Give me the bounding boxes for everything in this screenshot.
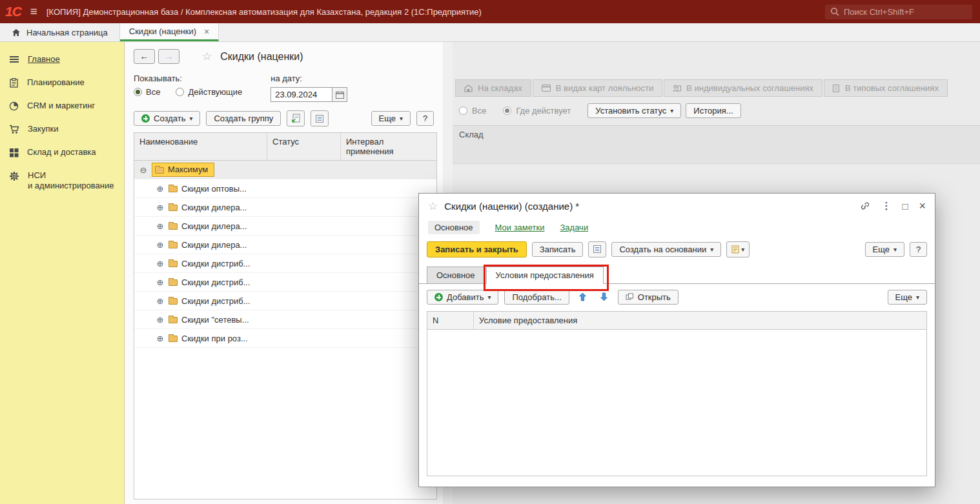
expand-icon[interactable]: ⊕ [156, 315, 165, 325]
tab-standard-agreements[interactable]: В типовых соглашениях [824, 79, 948, 97]
table-row[interactable]: ⊕ Скидки дилера... [134, 236, 436, 254]
sidebar-item-warehouse[interactable]: Склад и доставка [0, 141, 124, 165]
radio-all-warehouses-label[interactable]: Все [472, 106, 486, 116]
column-header-condition[interactable]: Условие предоставления [474, 312, 926, 329]
expand-icon[interactable]: ⊕ [156, 221, 165, 231]
folder-icon [168, 186, 178, 192]
tab-individual-agreements[interactable]: В индивидуальных соглашениях [664, 79, 822, 97]
pick-button[interactable]: Подобрать... [504, 290, 569, 305]
table-row[interactable]: ⊕ Скидки дилера... [134, 198, 436, 217]
more-menu-icon[interactable]: ⋮ [881, 200, 891, 212]
expand-icon[interactable]: ⊕ [156, 203, 165, 212]
table-row[interactable]: ⊕ Скидки дилера... [134, 217, 436, 236]
person-document-icon [673, 85, 681, 92]
table-row[interactable]: ⊕ Скидки дистриб... [134, 254, 436, 273]
forward-button[interactable]: → [158, 49, 179, 64]
column-header-name[interactable]: Наименование [134, 133, 267, 160]
menu-icon [9, 55, 19, 64]
pie-chart-icon [9, 101, 19, 111]
global-search-input[interactable]: Поиск Ctrl+Shift+F [825, 5, 972, 19]
warehouse-icon [464, 85, 473, 92]
radio-all[interactable] [134, 88, 142, 96]
tab-loyalty-cards[interactable]: В видах карт лояльности [533, 79, 663, 97]
expand-icon[interactable]: ⊕ [156, 296, 165, 306]
save-and-close-button[interactable]: Записать и закрыть [427, 241, 527, 257]
expand-icon[interactable]: ⊕ [156, 277, 165, 287]
table-row[interactable]: ⊕ Скидки дистриб... [134, 273, 436, 292]
discount-create-dialog: ☆ Скидки (наценки) (создание) * ⋮ □ × Ос… [418, 193, 935, 487]
open-button[interactable]: Открыть [618, 290, 679, 305]
dialog-more-button[interactable]: Еще▾ [865, 242, 904, 257]
document-icon [833, 85, 840, 92]
date-input[interactable] [271, 87, 332, 102]
expand-icon[interactable]: ⊕ [156, 334, 165, 343]
table-row[interactable]: ⊕ Скидки оптовы... [134, 179, 436, 198]
folder-icon [168, 279, 178, 286]
expand-icon[interactable]: ⊕ [156, 240, 165, 250]
conditions-table: N Условие предоставления [427, 311, 927, 476]
table-row[interactable]: ⊕ Скидки при роз... [134, 329, 436, 348]
link-icon[interactable] [860, 201, 870, 210]
reports-button[interactable]: ▾ [726, 241, 750, 257]
folder-icon [168, 223, 178, 230]
show-in-list-button[interactable] [588, 241, 606, 257]
sidebar-item-main[interactable]: Главное [0, 48, 124, 72]
create-group-button[interactable]: Создать группу [206, 111, 281, 126]
table-row[interactable]: ⊕ Скидки "сетевы... [134, 310, 436, 329]
expand-icon[interactable]: ⊕ [156, 184, 165, 194]
calendar-icon[interactable] [332, 87, 347, 102]
close-icon[interactable]: × [919, 199, 926, 213]
save-button[interactable]: Записать [532, 242, 584, 257]
column-header-interval[interactable]: Интервал применения [341, 133, 436, 160]
column-header-status[interactable]: Статус [267, 133, 341, 160]
set-status-button[interactable]: Установить статус▾ [587, 103, 681, 118]
home-page-tab[interactable]: Начальная страница [0, 23, 120, 41]
more-button[interactable]: Еще▾ [371, 111, 411, 126]
nav-my-notes[interactable]: Мои заметки [495, 223, 545, 232]
window-tab-bar: Начальная страница Скидки (наценки) × [0, 23, 980, 42]
add-condition-button[interactable]: Добавить ▾ [427, 290, 498, 305]
nav-tasks[interactable]: Задачи [560, 223, 589, 232]
maximize-icon[interactable]: □ [902, 201, 908, 212]
move-down-button[interactable] [597, 290, 612, 304]
main-menu-icon[interactable]: ≡ [30, 5, 37, 19]
table-row[interactable]: ⊖ Максимум [134, 161, 436, 179]
tab-discounts[interactable]: Скидки (наценки) × [120, 23, 219, 41]
favorite-star-icon[interactable]: ☆ [202, 50, 212, 63]
subtab-main[interactable]: Основное [427, 267, 485, 283]
radio-where-acts-label[interactable]: Где действует [516, 106, 571, 116]
conditions-more-button[interactable]: Еще▾ [888, 290, 927, 305]
favorite-star-icon[interactable]: ☆ [428, 199, 438, 213]
help-button[interactable]: ? [416, 111, 434, 126]
back-button[interactable]: ← [134, 49, 155, 64]
collapse-icon[interactable]: ⊖ [139, 165, 148, 175]
sidebar-item-purchases[interactable]: Закупки [0, 118, 124, 141]
history-button[interactable]: История... [686, 103, 740, 118]
tab-warehouses[interactable]: На складах [455, 79, 531, 97]
load-document-button[interactable] [287, 110, 305, 126]
subtab-conditions[interactable]: Условия предоставления [486, 267, 604, 284]
nav-main[interactable]: Основное [428, 221, 480, 234]
create-button[interactable]: Создать ▾ [134, 111, 200, 126]
page-title: Скидки (наценки) [220, 51, 303, 63]
radio-acting-label[interactable]: Действующие [188, 87, 242, 97]
radio-where-acts[interactable] [503, 106, 511, 115]
create-based-on-button[interactable]: Создать на основании▾ [611, 242, 721, 257]
dialog-help-button[interactable]: ? [910, 242, 927, 257]
sidebar-item-label: Главное [28, 54, 60, 65]
1c-logo: 1С [5, 4, 21, 19]
sidebar-item-admin[interactable]: НСИ и администрирование [0, 165, 124, 197]
folder-icon [168, 336, 178, 342]
close-tab-icon[interactable]: × [204, 26, 209, 37]
sidebar-item-label: НСИ и администрирование [28, 170, 114, 191]
sidebar-item-crm[interactable]: CRM и маркетинг [0, 95, 124, 118]
expand-icon[interactable]: ⊕ [156, 259, 165, 268]
radio-all-label[interactable]: Все [146, 87, 160, 97]
radio-all-warehouses[interactable] [459, 106, 467, 115]
list-view-button[interactable] [311, 110, 329, 126]
move-up-button[interactable] [575, 290, 591, 304]
column-header-n[interactable]: N [427, 312, 474, 329]
table-row[interactable]: ⊕ Скидки дистриб... [134, 292, 436, 310]
sidebar-item-planning[interactable]: Планирование [0, 72, 124, 95]
radio-acting[interactable] [176, 88, 184, 96]
